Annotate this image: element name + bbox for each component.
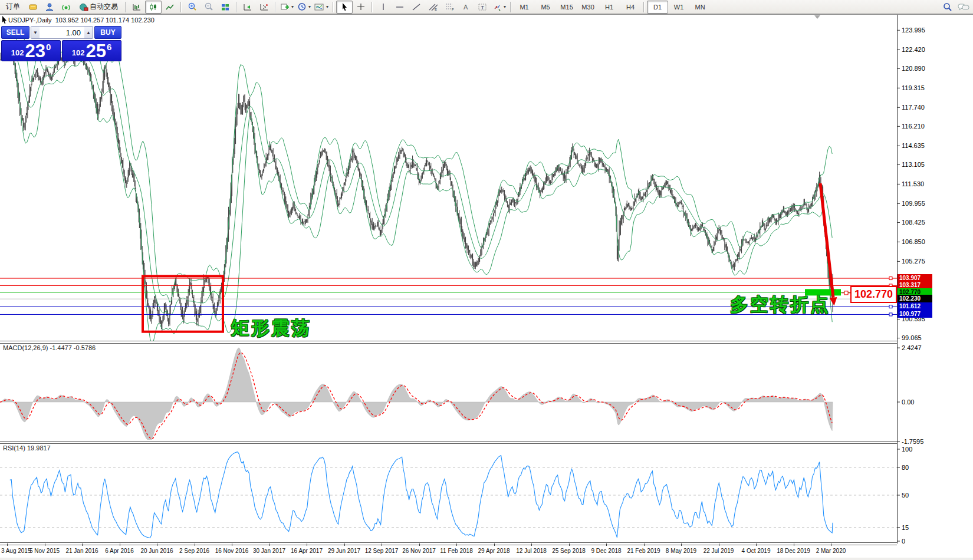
buy-button[interactable]: BUY xyxy=(94,26,121,39)
date-tick xyxy=(269,543,270,546)
date-axis-label[interactable]: 2 Sep 2016 xyxy=(179,548,209,554)
date-axis-label[interactable]: 30 Jan 2017 xyxy=(253,548,285,554)
chart-shift-icon xyxy=(259,3,269,11)
date-axis-label[interactable]: 16 Apr 2017 xyxy=(291,548,323,554)
timeframe-group: M1M5M15M30H1H4D1W1MN xyxy=(514,1,711,14)
line-handle[interactable] xyxy=(889,277,892,280)
timeframe-m1-button[interactable]: M1 xyxy=(514,1,535,14)
date-axis-label[interactable]: 18 Dec 2019 xyxy=(777,548,810,554)
search-button[interactable] xyxy=(939,1,955,14)
chat-button[interactable] xyxy=(955,1,972,14)
date-axis-label[interactable]: 9 Dec 2018 xyxy=(591,548,621,554)
date-axis-label[interactable]: 5 Nov 2015 xyxy=(29,548,60,554)
date-axis-label[interactable]: 26 Nov 2017 xyxy=(402,548,436,554)
order-ticket-button[interactable] xyxy=(25,1,41,14)
annotation-arrow[interactable] xyxy=(820,183,833,298)
date-axis-label[interactable]: 11 Feb 2018 xyxy=(440,548,472,554)
timeframe-w1-button[interactable]: W1 xyxy=(668,1,689,14)
new-order-button[interactable]: 订单 xyxy=(1,1,25,14)
trendline-button[interactable] xyxy=(408,1,425,14)
tile-windows-button[interactable] xyxy=(217,1,234,14)
arrows-button[interactable]: ▾ xyxy=(491,1,508,14)
date-axis-label[interactable]: 20 Jun 2016 xyxy=(140,548,173,554)
chart-canvas[interactable] xyxy=(0,0,973,560)
timeframe-mn-button[interactable]: MN xyxy=(689,1,711,14)
vertical-line-icon xyxy=(379,2,387,11)
equidistant-channel-button[interactable]: E xyxy=(425,1,441,14)
bar-chart-button[interactable] xyxy=(129,1,145,14)
date-axis-label[interactable]: 16 Nov 2016 xyxy=(215,548,249,554)
timeframe-h1-button[interactable]: H1 xyxy=(599,1,620,14)
new-chart-button[interactable]: ▾ xyxy=(278,1,295,14)
sell-button[interactable]: SELL xyxy=(1,26,29,39)
trendline-icon xyxy=(412,3,421,11)
auto-scroll-button[interactable] xyxy=(239,1,256,14)
pane-separator[interactable] xyxy=(0,341,897,344)
price-axis-label: -1.7595 xyxy=(902,438,923,445)
timeframe-d1-button[interactable]: D1 xyxy=(647,1,668,14)
chart-shift-marker[interactable] xyxy=(814,15,820,19)
auto-trading-button[interactable]: 自动交易 xyxy=(74,1,123,14)
price-axis-label: 116.210 xyxy=(902,123,925,130)
date-axis-label[interactable]: 3 Aug 2015 xyxy=(1,548,31,554)
vertical-line-button[interactable] xyxy=(375,1,392,14)
volume-increase-button[interactable]: ▲ xyxy=(84,27,93,38)
periods-button[interactable]: ▾ xyxy=(295,1,313,14)
pivot-point-annotation[interactable]: 多空转折点 xyxy=(730,292,830,317)
terminal-button[interactable] xyxy=(41,1,58,14)
templates-button[interactable]: ▾ xyxy=(313,1,330,14)
candlestick-icon xyxy=(149,3,158,11)
zoom-in-icon xyxy=(188,2,197,11)
date-tick xyxy=(307,543,307,546)
date-axis-label[interactable]: 21 Feb 2019 xyxy=(627,548,660,554)
price-axis-label: 99.065 xyxy=(902,334,922,341)
date-axis-label[interactable]: 12 Jul 2018 xyxy=(516,548,547,554)
timeframe-m15-button[interactable]: M15 xyxy=(556,1,577,14)
line-handle[interactable] xyxy=(889,313,892,316)
text-button[interactable]: A xyxy=(458,1,474,14)
rectangle-range-annotation[interactable]: 矩形震荡 xyxy=(231,316,311,341)
line-chart-button[interactable] xyxy=(162,1,178,14)
toolbar-separator xyxy=(372,2,373,12)
template-icon xyxy=(314,3,324,11)
crosshair-button[interactable] xyxy=(353,1,369,14)
zoom-in-button[interactable] xyxy=(184,1,200,14)
date-axis-label[interactable]: 6 Apr 2016 xyxy=(105,548,133,554)
date-axis-label[interactable]: 8 May 2019 xyxy=(666,548,696,554)
volume-decrease-button[interactable]: ▼ xyxy=(31,27,40,38)
chart-shift-button[interactable] xyxy=(256,1,272,14)
volume-field[interactable]: 1.00 xyxy=(40,27,84,38)
pane-separator[interactable] xyxy=(0,441,897,444)
date-tick xyxy=(157,543,157,546)
price-note-102770[interactable]: 102.770 xyxy=(850,286,897,303)
date-axis-label[interactable]: 4 Oct 2019 xyxy=(742,548,771,554)
date-axis-label[interactable]: 2 Mar 2020 xyxy=(816,548,846,554)
date-axis-label[interactable]: 21 Jan 2016 xyxy=(65,548,98,554)
toolbar-separator xyxy=(236,2,237,12)
date-tick xyxy=(419,543,420,546)
buy-price-sup: 6 xyxy=(107,42,111,52)
candlestick-button[interactable] xyxy=(145,1,162,14)
text-label-button[interactable]: T xyxy=(474,1,491,14)
price-tag-101.612: 101.612 xyxy=(898,302,932,310)
sell-price-box[interactable]: 102 23 0 xyxy=(1,40,61,61)
zoom-out-button[interactable] xyxy=(200,1,217,14)
signal-button[interactable] xyxy=(58,1,74,14)
timeframe-m30-button[interactable]: M30 xyxy=(577,1,599,14)
date-tick xyxy=(382,543,382,546)
date-axis-label[interactable]: 25 Sep 2018 xyxy=(552,548,586,554)
date-axis-label[interactable]: 12 Sep 2017 xyxy=(365,548,399,554)
cursor-button[interactable] xyxy=(336,1,353,14)
date-axis-label[interactable]: 29 Apr 2018 xyxy=(478,548,510,554)
fibonacci-button[interactable]: F xyxy=(441,1,458,14)
price-axis-label: 117.740 xyxy=(902,104,925,111)
line-handle[interactable] xyxy=(889,305,892,308)
note-connector-handle[interactable] xyxy=(844,291,848,295)
buy-price-box[interactable]: 102 25 6 xyxy=(62,40,121,61)
date-axis-label[interactable]: 22 Jul 2019 xyxy=(704,548,734,554)
macd-values: -1.4477 -0.5786 xyxy=(50,344,96,351)
timeframe-m5-button[interactable]: M5 xyxy=(535,1,556,14)
horizontal-line-button[interactable] xyxy=(392,1,408,14)
timeframe-h4-button[interactable]: H4 xyxy=(620,1,641,14)
date-axis-label[interactable]: 29 Jun 2017 xyxy=(328,548,360,554)
